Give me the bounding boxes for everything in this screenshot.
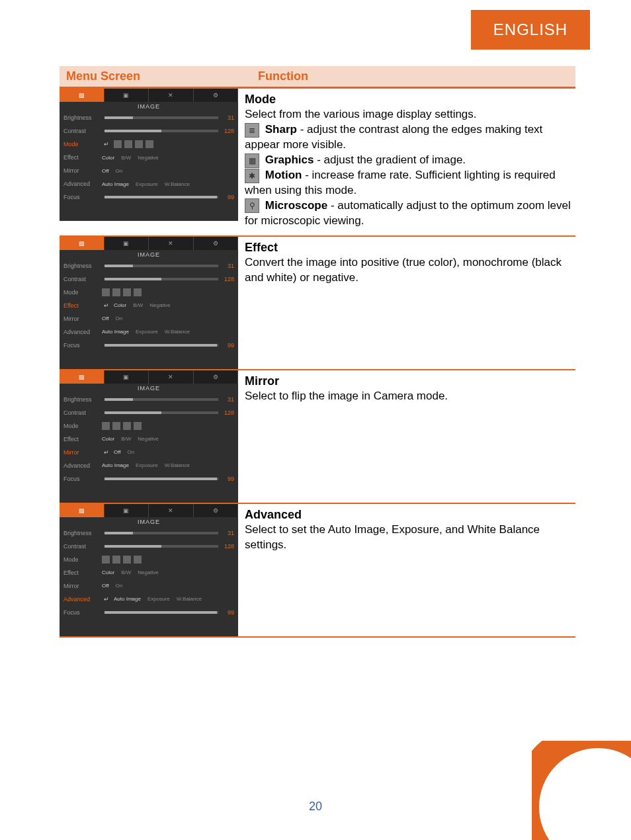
svg-point-0 <box>532 741 631 840</box>
menu-screenshot-mirror: ▧ ▣ ✕ ⚙ IMAGE Brightness31 Contrast128 M… <box>60 370 238 503</box>
table-row: ▧ ▣ ✕ ⚙ IMAGE Brightness31 Contrast128 M… <box>60 504 575 638</box>
microscope-icon: ⚲ <box>245 198 259 213</box>
menu-title: IMAGE <box>60 102 238 111</box>
page: ENGLISH Menu Screen Function ▧ ▣ ✕ ⚙ IMA… <box>0 0 631 840</box>
table-row: ▧ ▣ ✕ ⚙ IMAGE Brightness31 Contrast128 M… <box>60 89 575 237</box>
motion-icon: ✱ <box>245 169 259 183</box>
function-effect: Effect Convert the image into positive (… <box>238 237 575 369</box>
tab-tools-icon: ✕ <box>149 89 194 102</box>
microscope-label: Microscope <box>265 199 327 212</box>
advanced-title: Advanced <box>245 507 575 523</box>
menu-screenshot-advanced: ▧ ▣ ✕ ⚙ IMAGE Brightness31 Contrast128 M… <box>60 504 238 636</box>
menu-screenshot-mode: ▧ ▣ ✕ ⚙ IMAGE Brightness31 Contrast128 M… <box>60 89 238 235</box>
row-mode: Mode <box>63 141 102 147</box>
row-contrast: Contrast <box>63 128 102 134</box>
effect-title: Effect <box>245 239 575 255</box>
sharp-label: Sharp <box>265 123 297 136</box>
mirror-title: Mirror <box>245 373 575 389</box>
function-mirror: Mirror Select to flip the image in Camer… <box>238 370 575 503</box>
motion-label: Motion <box>265 169 302 181</box>
function-mode: Mode Select from the various image displ… <box>238 89 575 235</box>
tab-tools-icon: ✕ <box>149 237 194 250</box>
function-advanced: Advanced Select to set the Auto Image, E… <box>238 504 575 636</box>
menu-screenshot-effect: ▧ ▣ ✕ ⚙ IMAGE Brightness31 Contrast128 M… <box>60 237 238 369</box>
enter-icon: ↵ <box>102 596 111 603</box>
enter-icon: ↵ <box>102 141 111 147</box>
tab-image-icon: ▧ <box>60 89 105 102</box>
tab-tools-icon: ✕ <box>149 504 194 517</box>
row-brightness: Brightness <box>63 114 102 121</box>
mode-intro: Select from the various image display se… <box>245 107 575 122</box>
table-row: ▧ ▣ ✕ ⚙ IMAGE Brightness31 Contrast128 M… <box>60 370 575 504</box>
menu-title: IMAGE <box>60 250 238 259</box>
tab-settings-icon: ⚙ <box>194 504 239 517</box>
graphics-label: Graphics <box>265 153 314 166</box>
content-table: Menu Screen Function ▧ ▣ ✕ ⚙ IMAGE Brigh… <box>60 66 575 638</box>
graphics-icon: ▦ <box>245 153 259 168</box>
row-focus: Focus <box>63 194 102 200</box>
tab-image-icon: ▧ <box>60 370 105 384</box>
tab-tools-icon: ✕ <box>149 370 194 384</box>
row-effect: Effect <box>63 154 102 161</box>
header-function: Function <box>251 66 575 87</box>
val-contrast: 128 <box>221 128 234 134</box>
menu-title: IMAGE <box>60 384 238 393</box>
tab-presentation-icon: ▣ <box>105 504 149 517</box>
advanced-text: Select to set the Auto Image, Exposure, … <box>245 523 575 553</box>
mirror-text: Select to flip the image in Camera mode. <box>245 389 575 404</box>
graphics-text: - adjust the gradient of image. <box>314 153 466 166</box>
row-advanced: Advanced <box>63 181 102 187</box>
tab-presentation-icon: ▣ <box>105 237 149 250</box>
effect-text: Convert the image into positive (true co… <box>245 255 575 286</box>
tab-image-icon: ▧ <box>60 237 105 250</box>
val-brightness: 31 <box>221 114 234 121</box>
language-tab: ENGLISH <box>471 10 590 50</box>
table-row: ▧ ▣ ✕ ⚙ IMAGE Brightness31 Contrast128 M… <box>60 237 575 370</box>
mode-icons <box>114 140 153 148</box>
tab-settings-icon: ⚙ <box>194 370 239 384</box>
header-menu-screen: Menu Screen <box>60 66 251 87</box>
tab-presentation-icon: ▣ <box>105 370 149 384</box>
tab-settings-icon: ⚙ <box>194 89 239 102</box>
tab-settings-icon: ⚙ <box>194 237 239 250</box>
mode-title: Mode <box>245 91 575 107</box>
menu-title: IMAGE <box>60 517 238 526</box>
tab-image-icon: ▧ <box>60 504 105 517</box>
tab-presentation-icon: ▣ <box>105 89 149 102</box>
corner-logo <box>532 741 631 840</box>
table-header: Menu Screen Function <box>60 66 575 89</box>
enter-icon: ↵ <box>102 449 111 456</box>
enter-icon: ↵ <box>102 302 111 309</box>
val-focus: 99 <box>221 194 234 200</box>
sharp-icon: ≣ <box>245 123 259 138</box>
row-mirror: Mirror <box>63 167 102 174</box>
